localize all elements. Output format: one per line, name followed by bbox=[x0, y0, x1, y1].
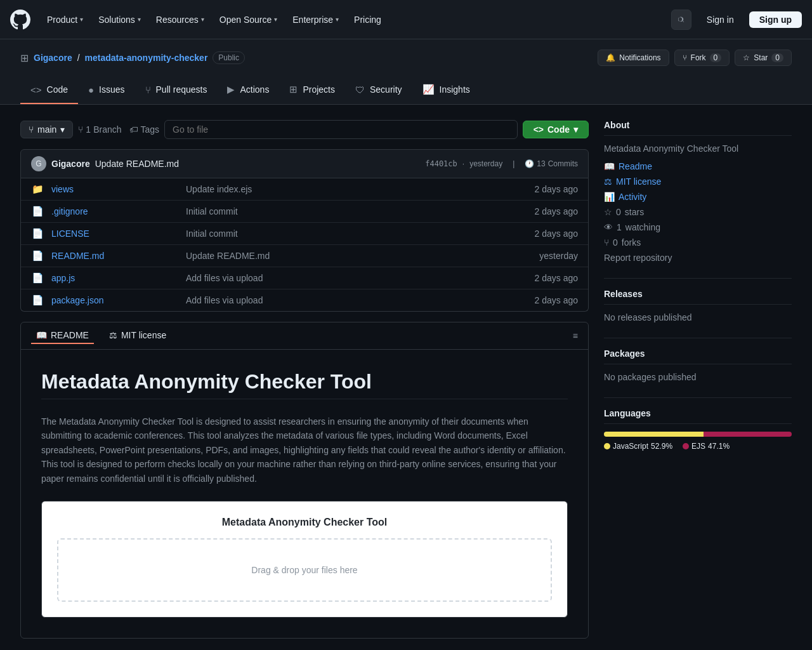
file-icon-gitignore: 📄 bbox=[31, 206, 44, 217]
sidebar-watching-stat: 👁 1 watching bbox=[604, 222, 792, 232]
branch-bar: ⑂ main ▾ ⑂ 1 Branch 🏷 Tags <> bbox=[20, 120, 589, 139]
readme-link-icon: 📖 bbox=[604, 161, 615, 171]
readme-body-text: The Metadata Anonymity Checker Tool is d… bbox=[41, 415, 568, 486]
code-tab-icon: <> bbox=[30, 84, 42, 95]
security-tab-icon: 🛡 bbox=[355, 84, 365, 95]
file-list: 📁 views Update index.ejs 2 days ago 📄 .g… bbox=[20, 178, 589, 312]
commit-dot: · bbox=[462, 159, 464, 168]
signup-button[interactable]: Sign up bbox=[749, 11, 802, 28]
tab-insights[interactable]: 📈 Insights bbox=[412, 76, 480, 104]
repo-slash: / bbox=[77, 53, 80, 63]
github-logo[interactable] bbox=[10, 10, 30, 30]
code-btn-icon: <> bbox=[534, 124, 544, 135]
repo-owner[interactable]: Gigacore bbox=[34, 53, 72, 63]
file-name-license[interactable]: LICENSE bbox=[51, 229, 178, 239]
history-icon: 🕐 bbox=[525, 159, 534, 168]
sidebar-packages-title: Packages bbox=[604, 348, 792, 364]
file-commit-views: Update index.ejs bbox=[186, 184, 507, 194]
javascript-dot bbox=[604, 443, 610, 449]
tab-issues[interactable]: ● Issues bbox=[78, 76, 135, 104]
sidebar-releases-title: Releases bbox=[604, 289, 792, 305]
readme-tab-license[interactable]: ⚖ MIT license bbox=[104, 328, 171, 344]
tab-actions[interactable]: ▶ Actions bbox=[217, 76, 279, 104]
file-icon-packagejson: 📄 bbox=[31, 295, 44, 306]
bell-icon: 🔔 bbox=[606, 53, 615, 62]
file-name-views[interactable]: views bbox=[51, 184, 178, 194]
ejs-bar bbox=[704, 432, 792, 437]
file-time-views: 2 days ago bbox=[514, 184, 578, 194]
nav-product[interactable]: Product ▾ bbox=[41, 11, 89, 29]
sidebar-languages: Languages JavaScript 52.9% EJS 47.1% bbox=[604, 408, 792, 451]
folder-icon: 📁 bbox=[31, 183, 44, 195]
tab-security[interactable]: 🛡 Security bbox=[345, 76, 412, 104]
branch-chevron: ▾ bbox=[60, 124, 65, 135]
nav-resources[interactable]: Resources ▾ bbox=[150, 11, 211, 29]
sidebar-divider-1 bbox=[604, 278, 792, 279]
sidebar-license-link[interactable]: ⚖ MIT license bbox=[604, 176, 792, 187]
file-time-packagejson: 2 days ago bbox=[514, 295, 578, 305]
notifications-button[interactable]: 🔔 Notifications bbox=[598, 50, 669, 66]
actions-tab-icon: ▶ bbox=[227, 84, 235, 95]
nav-solutions[interactable]: Solutions ▾ bbox=[92, 11, 147, 29]
file-icon-readme: 📄 bbox=[31, 250, 44, 262]
readme-title: Metadata Anonymity Checker Tool bbox=[41, 370, 568, 399]
commit-hash: f4401cb bbox=[425, 159, 457, 168]
file-icon-appjs: 📄 bbox=[31, 272, 44, 284]
file-row-packagejson: 📄 package.json Add files via upload 2 da… bbox=[21, 289, 588, 311]
branch-selector[interactable]: ⑂ main ▾ bbox=[20, 121, 73, 138]
nav-opensource-label: Open Source bbox=[219, 15, 272, 25]
nav-opensource[interactable]: Open Source ▾ bbox=[213, 11, 284, 29]
sidebar-about: About Metadata Anonymity Checker Tool 📖 … bbox=[604, 120, 792, 263]
issues-tab-icon: ● bbox=[88, 84, 94, 95]
repo-icon: ⊞ bbox=[20, 52, 29, 64]
nav-enterprise[interactable]: Enterprise ▾ bbox=[286, 11, 345, 29]
file-name-packagejson[interactable]: package.json bbox=[51, 295, 178, 305]
language-list: JavaScript 52.9% EJS 47.1% bbox=[604, 442, 792, 451]
fork-button[interactable]: ⑂ Fork 0 bbox=[674, 50, 730, 66]
nav-pricing[interactable]: Pricing bbox=[348, 11, 388, 29]
license-link-icon: ⚖ bbox=[604, 176, 612, 187]
branch-icon: ⑂ bbox=[29, 124, 34, 135]
file-name-gitignore[interactable]: .gitignore bbox=[51, 206, 178, 216]
readme-tab-readme[interactable]: 📖 README bbox=[31, 328, 94, 344]
tool-dropzone: Drag & drop your files here bbox=[57, 538, 552, 602]
commit-message[interactable]: Update README.md bbox=[95, 159, 179, 169]
commit-count-link[interactable]: 🕐 13 Commits bbox=[525, 159, 578, 168]
search-button[interactable] bbox=[671, 10, 691, 30]
tab-pullrequests[interactable]: ⑂ Pull requests bbox=[135, 76, 218, 104]
nav-pricing-label: Pricing bbox=[354, 15, 381, 25]
nav-solutions-label: Solutions bbox=[98, 15, 135, 25]
file-name-readme[interactable]: README.md bbox=[51, 251, 178, 261]
nav-enterprise-chevron: ▾ bbox=[336, 16, 339, 23]
tab-code[interactable]: <> Code bbox=[20, 76, 78, 104]
code-dropdown-button[interactable]: <> Code ▾ bbox=[523, 121, 589, 138]
nav-opensource-chevron: ▾ bbox=[274, 16, 277, 23]
signin-button[interactable]: Sign in bbox=[697, 11, 744, 28]
nav-right: Sign in Sign up bbox=[671, 10, 802, 30]
tags-link[interactable]: 🏷 Tags bbox=[129, 124, 160, 135]
repo-sidebar: About Metadata Anonymity Checker Tool 📖 … bbox=[604, 120, 792, 639]
repo-name[interactable]: metadata-anonymity-checker bbox=[85, 53, 208, 63]
commit-author-name[interactable]: Gigacore bbox=[51, 159, 90, 169]
nav-items: Product ▾ Solutions ▾ Resources ▾ Open S… bbox=[41, 11, 661, 29]
forks-stat-icon: ⑂ bbox=[604, 237, 609, 248]
readme-tabs: 📖 README ⚖ MIT license ≡ bbox=[21, 322, 588, 350]
file-name-appjs[interactable]: app.js bbox=[51, 273, 178, 283]
sidebar-activity-link[interactable]: 📊 Activity bbox=[604, 192, 792, 202]
readme-actions-button[interactable]: ≡ bbox=[573, 331, 578, 341]
file-time-gitignore: 2 days ago bbox=[514, 206, 578, 216]
file-search-input[interactable] bbox=[164, 120, 518, 139]
insights-tab-icon: 📈 bbox=[422, 84, 435, 95]
branch-count-icon: ⑂ bbox=[78, 124, 83, 135]
branch-count-link[interactable]: ⑂ 1 Branch bbox=[78, 124, 121, 135]
tab-projects[interactable]: ⊞ Projects bbox=[279, 76, 345, 104]
file-commit-packagejson: Add files via upload bbox=[186, 295, 507, 305]
star-button[interactable]: ☆ Star 0 bbox=[735, 50, 792, 66]
sidebar-divider-2 bbox=[604, 338, 792, 338]
file-row-readme: 📄 README.md Update README.md yesterday bbox=[21, 245, 588, 267]
fork-count: 0 bbox=[710, 53, 722, 62]
ejs-dot bbox=[683, 443, 689, 449]
readme-body: Metadata Anonymity Checker Tool The Meta… bbox=[21, 350, 588, 638]
sidebar-readme-link[interactable]: 📖 Readme bbox=[604, 161, 792, 171]
sidebar-report-link[interactable]: Report repository bbox=[604, 253, 792, 263]
